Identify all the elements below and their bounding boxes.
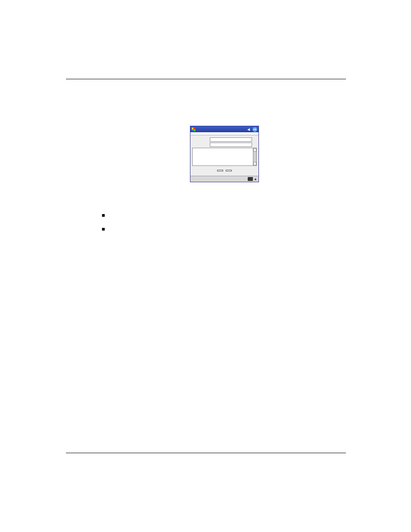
square-bullet-icon: ■ [102,224,115,233]
step-2: ■ ■ [89,206,347,233]
password-row [192,143,257,147]
header-rule [66,79,346,79]
windows-flag-icon [192,128,196,131]
content-area: ◀ ok [89,95,347,238]
refresh-button[interactable] [226,170,232,171]
bullet-text [115,211,347,219]
pocketpc-window: ◀ ok [190,126,259,182]
pocketpc-subtitle [190,132,258,135]
connect-button[interactable] [217,170,223,171]
keyboard-icon[interactable] [248,177,253,181]
bullet-item: ■ [102,224,347,233]
numbered-list: ◀ ok [89,103,347,233]
arrow-up-icon[interactable]: ▲ [254,177,257,181]
password-input[interactable] [210,143,252,147]
projector-list-wrap [192,148,257,166]
device-screenshot: ◀ ok [190,126,259,182]
footer-rule [66,453,346,453]
pocket-pc-block: ◀ ok [89,107,347,201]
username-input[interactable] [210,137,252,142]
pocketpc-button-row [192,166,257,176]
pocketpc-titlebar: ◀ ok [190,126,258,132]
username-row [192,137,257,142]
scroll-up-icon[interactable] [253,148,256,152]
bullet-text [115,224,347,233]
pocketpc-footer: ▲ [190,176,258,182]
speaker-icon: ◀ [247,128,250,131]
step-1: ◀ ok [89,103,347,201]
bullet-item: ■ [102,211,347,219]
square-bullet-icon: ■ [102,211,115,219]
scroll-down-icon[interactable] [253,162,256,165]
step-2-bullets: ■ ■ [89,211,347,233]
page: ◀ ok [0,0,411,532]
pocketpc-body [190,135,258,176]
ok-button-icon[interactable]: ok [252,127,257,132]
projector-list[interactable] [192,148,253,166]
scrollbar[interactable] [253,148,257,166]
